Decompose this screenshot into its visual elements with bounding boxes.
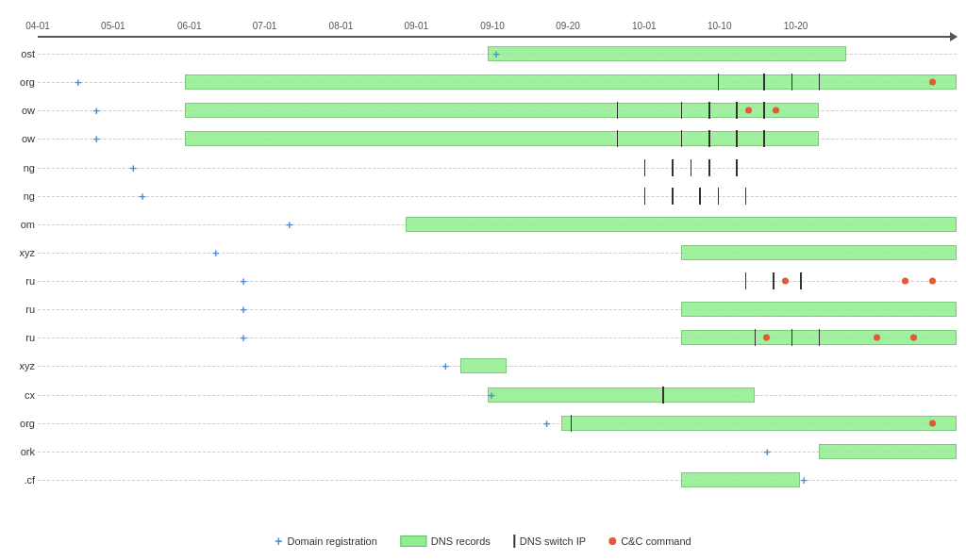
legend-label: DNS records [431, 535, 491, 547]
dns-switch-icon [745, 272, 747, 289]
dns-switch-icon [672, 188, 674, 205]
cc-command-icon [910, 335, 917, 341]
dns-switch-icon [718, 188, 720, 205]
dns-switch-icon [736, 130, 738, 147]
row-line [38, 480, 957, 481]
tick-label: 09-01 [404, 21, 428, 31]
table-row: org+ [38, 409, 957, 437]
domain-registration-icon: + [92, 105, 100, 117]
dns-switch-icon [617, 102, 619, 119]
legend-label: C&C command [621, 535, 691, 547]
dns-switch-icon [708, 130, 710, 147]
dns-switch-icon [763, 102, 765, 119]
legend-label: Domain registration [287, 535, 376, 547]
dns-switch-icon [662, 387, 664, 404]
domain-registration-icon: + [543, 417, 551, 429]
table-row: ru+ [38, 295, 957, 323]
row-label: ng [2, 162, 35, 173]
table-row: cx+ [38, 381, 957, 409]
table-row: ru+ [38, 267, 957, 295]
tick-label: 06-01 [177, 21, 202, 31]
row-label: xyz [2, 247, 35, 258]
row-line [38, 196, 957, 197]
dns-switch-icon [763, 74, 765, 91]
dns-bar [185, 103, 819, 118]
dns-bar [681, 245, 957, 260]
legend-bar-icon [400, 535, 426, 547]
dns-switch-icon [791, 329, 793, 346]
dns-bar [460, 358, 507, 373]
domain-registration-icon: + [286, 218, 293, 230]
dns-switch-icon [644, 188, 646, 205]
dns-bar [406, 217, 957, 232]
dns-bar [488, 46, 846, 61]
table-row: xyz+ [38, 239, 957, 267]
domain-registration-icon: + [800, 473, 808, 486]
domain-registration-icon: + [212, 246, 220, 258]
dns-bar [488, 387, 754, 403]
domain-registration-icon: + [129, 161, 137, 173]
domain-registration-icon: + [240, 275, 247, 288]
tick-label: 10-10 [708, 21, 732, 31]
dns-bar [185, 74, 957, 90]
table-row: .cf+ [38, 466, 957, 494]
table-row: ost+ [38, 40, 957, 68]
dns-switch-icon [571, 415, 573, 432]
row-label: ork [2, 446, 35, 457]
row-label: ost [2, 48, 35, 59]
row-label: ow [2, 105, 35, 116]
dns-switch-icon [644, 159, 646, 176]
dns-switch-icon [819, 329, 821, 346]
table-row: om+ [38, 210, 957, 239]
dns-switch-icon [691, 159, 692, 176]
dns-switch-icon [681, 130, 683, 147]
row-label: .cf [2, 474, 35, 486]
dns-switch-icon [708, 159, 710, 176]
cc-command-icon [745, 107, 752, 114]
row-label: ru [2, 332, 35, 343]
row-label: ng [2, 190, 35, 202]
row-label: cx [2, 389, 35, 401]
legend-switch-icon [513, 535, 515, 548]
table-row: ow+ [38, 124, 957, 153]
row-label: org [2, 418, 35, 429]
tick-labels: 04-0105-0106-0107-0108-0109-0109-1009-20… [38, 19, 957, 38]
domain-registration-icon: + [75, 76, 82, 89]
table-row: org+ [38, 68, 957, 96]
domain-registration-icon: + [488, 388, 495, 401]
dns-switch-icon [718, 74, 720, 91]
row-label: ru [2, 275, 35, 287]
dns-switch-icon [755, 329, 757, 346]
row-label: om [2, 219, 35, 230]
domain-registration-icon: + [492, 48, 500, 60]
dns-bar [681, 302, 957, 317]
domain-registration-icon: + [240, 304, 247, 316]
dns-switch-icon [672, 159, 674, 176]
tick-label: 09-20 [556, 21, 580, 31]
cc-command-icon [773, 107, 779, 114]
dns-switch-icon [763, 130, 765, 147]
tick-label: 08-01 [329, 21, 354, 31]
table-row: ru+ [38, 323, 957, 352]
tick-label: 10-20 [784, 21, 808, 31]
legend-item: +Domain registration [275, 534, 377, 549]
table-row: ng+ [38, 182, 957, 210]
legend-item: DNS records [400, 535, 491, 547]
rows-area: ost+org+ow+ow+ng+ng+om+xyz+ru+ru+ru+xyz+… [38, 40, 957, 494]
row-label: ru [2, 304, 35, 315]
cc-command-icon [902, 278, 908, 285]
dns-switch-icon [736, 102, 738, 119]
tick-label: 09-10 [480, 21, 505, 31]
legend: +Domain registrationDNS recordsDNS switc… [275, 534, 691, 549]
chart-area: 04-0105-0106-0107-0108-0109-0109-1009-20… [38, 19, 957, 494]
dns-switch-icon [681, 102, 683, 119]
row-label: ow [2, 133, 35, 144]
dns-switch-icon [819, 74, 821, 91]
legend-dot-icon [608, 537, 616, 545]
dns-switch-icon [791, 74, 793, 91]
legend-label: DNS switch IP [520, 535, 586, 547]
cc-command-icon [929, 79, 936, 86]
table-row: xyz+ [38, 352, 957, 380]
row-label: xyz [2, 360, 35, 371]
dns-switch-icon [745, 188, 747, 205]
